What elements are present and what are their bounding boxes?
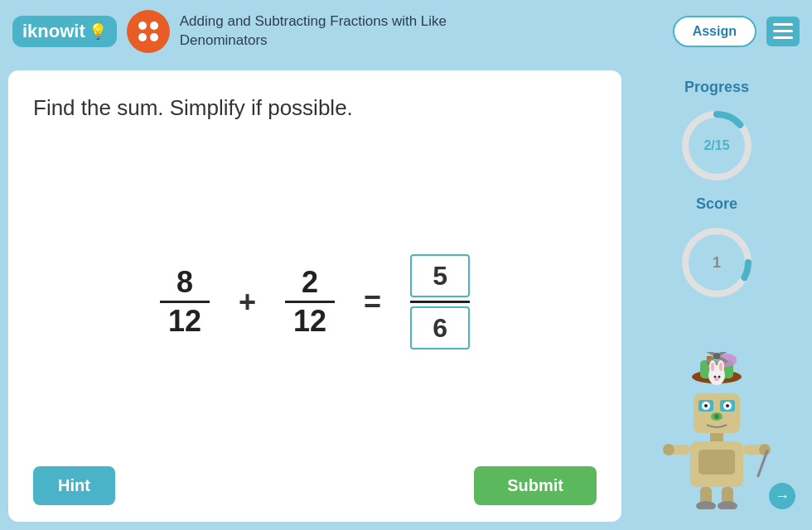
svg-rect-30: [698, 450, 735, 475]
robot-container: [659, 312, 775, 509]
main-content: Find the sum. Simplify if possible. 8 12…: [0, 62, 812, 530]
logo-text: iknowit: [22, 21, 85, 42]
fraction1: 8 12: [160, 267, 210, 336]
svg-point-18: [714, 378, 719, 381]
app-header: iknowit 💡 Adding and Subtracting Fractio…: [0, 0, 812, 62]
next-arrow-button[interactable]: →: [769, 483, 795, 509]
dice-dot: [150, 33, 158, 41]
bulb-icon: 💡: [89, 22, 107, 41]
fraction2: 2 12: [285, 267, 335, 336]
progress-label: Progress: [684, 79, 749, 96]
dice-dots: [133, 17, 163, 46]
menu-line: [773, 30, 793, 32]
svg-rect-28: [710, 433, 723, 441]
svg-point-33: [663, 444, 674, 455]
svg-point-24: [704, 404, 708, 407]
sidebar: Progress 2/15 Score 1: [630, 70, 804, 522]
score-value: 1: [713, 254, 721, 272]
dice-dot: [138, 22, 147, 30]
svg-point-15: [719, 363, 723, 371]
answer-denominator-box[interactable]: 6: [410, 306, 470, 349]
question-instruction: Find the sum. Simplify if possible.: [33, 95, 597, 121]
dice-icon: [127, 10, 170, 53]
fraction1-denominator: 12: [168, 306, 201, 336]
svg-point-14: [711, 363, 714, 371]
fraction1-numerator: 8: [176, 267, 193, 297]
arrow-right-icon: →: [775, 488, 790, 505]
svg-point-34: [759, 444, 771, 455]
dice-dot: [150, 22, 158, 30]
dice-dot: [138, 33, 147, 41]
logo: iknowit 💡: [12, 16, 117, 47]
score-label: Score: [696, 195, 737, 213]
answer-fraction: 5 6: [410, 254, 470, 349]
plus-operator: +: [239, 285, 256, 320]
lesson-title: Adding and Subtracting Fractions with Li…: [180, 12, 663, 49]
fraction2-denominator: 12: [293, 306, 326, 336]
svg-point-27: [714, 414, 719, 419]
hint-button[interactable]: Hint: [33, 466, 115, 505]
menu-line: [773, 23, 793, 26]
progress-circle: 2/15: [679, 108, 754, 183]
fraction2-line: [285, 301, 335, 303]
svg-point-17: [718, 376, 721, 378]
progress-value: 2/15: [703, 138, 729, 153]
answer-fraction-line: [410, 301, 470, 303]
svg-point-10: [713, 353, 720, 359]
answer-numerator-box[interactable]: 5: [410, 254, 470, 297]
fraction1-line: [160, 301, 210, 303]
svg-point-16: [714, 376, 717, 378]
equals-sign: =: [364, 285, 381, 320]
assign-button[interactable]: Assign: [673, 16, 756, 47]
bottom-buttons: Hint Submit: [33, 466, 597, 505]
submit-button[interactable]: Submit: [474, 466, 597, 505]
fraction2-numerator: 2: [302, 267, 318, 297]
svg-point-38: [696, 501, 716, 509]
svg-point-39: [718, 501, 737, 509]
menu-line: [773, 36, 793, 39]
svg-point-25: [726, 404, 729, 407]
math-area: 8 12 + 2 12 = 5 6: [33, 146, 597, 458]
score-circle: 1: [679, 225, 754, 300]
question-panel: Find the sum. Simplify if possible. 8 12…: [8, 70, 621, 522]
menu-button[interactable]: [766, 17, 800, 46]
robot-character: [659, 352, 775, 509]
